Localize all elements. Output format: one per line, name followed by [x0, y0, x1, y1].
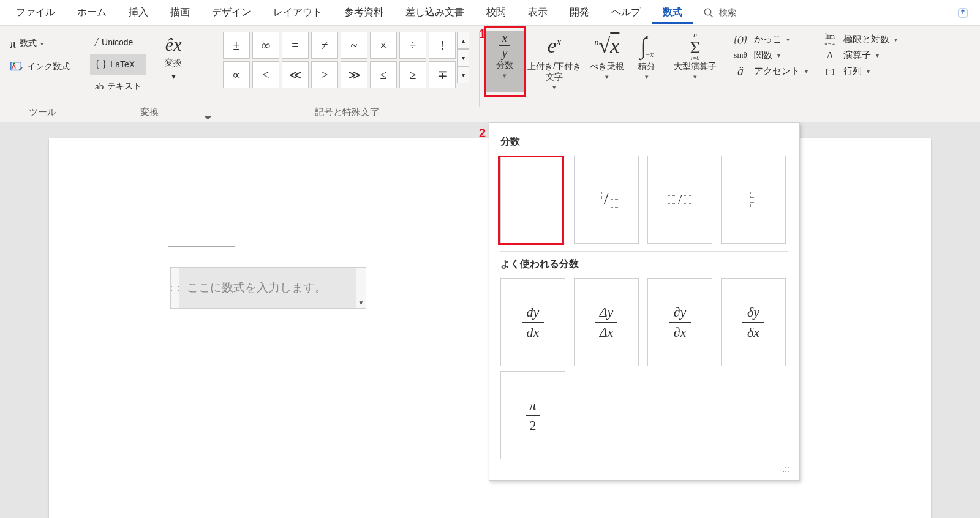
fraction-gallery-panel: 分数 / / よく使われる分数 dydx ΔyΔx ∂y∂x δyδx [489, 122, 800, 481]
share-button[interactable] [951, 7, 975, 19]
structure-function-button[interactable]: sinθ 関数 ▾ [732, 49, 808, 61]
common-deltay-deltax[interactable]: ΔyΔx [574, 278, 639, 366]
symbol-propto[interactable]: ∝ [223, 61, 250, 88]
symbol-scroll-up[interactable]: ▴ [457, 32, 469, 49]
operator-label: 演算子 [843, 50, 871, 61]
equation-placeholder[interactable]: ここに数式を入力します。 [179, 268, 356, 308]
equation-options-dropdown[interactable]: ▼ [356, 268, 366, 308]
menu-developer[interactable]: 開発 [559, 1, 600, 24]
chevron-down-icon: ▾ [894, 36, 897, 43]
structure-accent-button[interactable]: ä アクセント ▾ [732, 65, 808, 77]
chevron-down-icon: ▾ [693, 73, 697, 81]
structure-radical-button[interactable]: n√x べき乗根 ▾ [585, 31, 629, 92]
symbol-infinity[interactable]: ∞ [252, 32, 279, 59]
menu-review[interactable]: 校閲 [475, 1, 517, 24]
equation-dropdown-button[interactable]: π 数式 ▾ [5, 33, 48, 54]
fraction-label: 分数 [496, 60, 513, 70]
menu-view[interactable]: 表示 [517, 1, 559, 24]
symbol-scroll-more[interactable]: ▾ [457, 66, 469, 83]
equation-button-label: 数式 [20, 38, 37, 49]
ruler-mark [168, 246, 235, 247]
structure-limitlog-button[interactable]: limn→∞ 極限と対数 ▾ [821, 33, 897, 45]
common-partialy-partialx[interactable]: ∂y∂x [647, 278, 712, 366]
common-deltay-deltax-lc[interactable]: δyδx [721, 278, 786, 366]
panel-section-fraction-title: 分数 [500, 135, 788, 148]
matrix-label: 行列 [843, 66, 862, 77]
chevron-down-icon: ▾ [552, 83, 556, 91]
search-box[interactable]: 検索 [693, 7, 746, 18]
menu-layout[interactable]: レイアウト [262, 1, 333, 24]
symbol-scroll-down[interactable]: ▾ [457, 49, 469, 66]
structure-largeop-button[interactable]: nΣi=0 大型演算子 ▾ [665, 31, 726, 92]
menu-insert[interactable]: 挿入 [118, 1, 159, 24]
symbol-equals[interactable]: = [282, 32, 309, 59]
radical-label: べき乗根 [590, 61, 624, 72]
largeop-label: 大型演算子 [674, 61, 717, 72]
panel-resize-handle[interactable]: .:: [498, 464, 791, 474]
structure-bracket-button[interactable]: {()} かっこ ▾ [732, 33, 808, 45]
symbol-times[interactable]: × [370, 32, 397, 59]
ribbon: π 数式 ▾ インク数式 ツール / Unicode [0, 26, 980, 122]
accent-label: アクセント [754, 66, 800, 77]
symbol-muchless[interactable]: ≪ [282, 61, 309, 88]
symbol-tilde[interactable]: ~ [341, 32, 368, 59]
symbol-plusminus[interactable]: ± [223, 32, 250, 59]
structure-script-button[interactable]: ex 上付き/下付き 文字 ▾ [524, 31, 585, 92]
annotation-label-2: 2 [479, 126, 486, 140]
menu-draw[interactable]: 描画 [159, 1, 201, 24]
symbol-minusplus[interactable]: ∓ [429, 61, 456, 88]
ink-equation-button[interactable]: インク数式 [5, 56, 75, 77]
common-pi-over-2[interactable]: π2 [500, 371, 565, 459]
frac-bottom: dx [527, 325, 540, 340]
ink-equation-icon [10, 60, 23, 73]
fraction-linear[interactable]: / [647, 156, 712, 244]
symbol-divide[interactable]: ÷ [399, 32, 426, 59]
limitlog-label: 極限と対数 [843, 34, 889, 45]
symbol-lt[interactable]: < [252, 61, 279, 88]
unicode-toggle[interactable]: / Unicode [90, 32, 146, 53]
structure-matrix-button[interactable]: [::] 行列 ▾ [821, 65, 897, 77]
panel-separator [500, 251, 788, 252]
structure-integral-button[interactable]: ∫x−x 積分 ▾ [629, 31, 665, 92]
ribbon-group-tools: π 数式 ▾ インク数式 ツール [0, 26, 85, 122]
symbol-factorial[interactable]: ! [429, 32, 456, 59]
menu-mailings[interactable]: 差し込み文書 [394, 1, 475, 24]
structure-fraction-button[interactable]: xy 分数 ▾ [486, 31, 524, 92]
symbol-le[interactable]: ≤ [370, 61, 397, 88]
convert-button[interactable]: êx 変換 ▾ [154, 32, 193, 81]
chevron-down-icon: ▾ [605, 73, 609, 81]
svg-line-1 [710, 14, 713, 17]
symbol-muchgreater[interactable]: ≫ [341, 61, 368, 88]
menu-home[interactable]: ホーム [66, 1, 118, 24]
chevron-down-icon: ▾ [867, 68, 870, 75]
latex-toggle[interactable]: { } LaTeX [90, 54, 146, 75]
ab-icon: ab [95, 81, 104, 92]
group-label-conversion: 変換 [90, 107, 209, 121]
symbol-notequal[interactable]: ≠ [311, 32, 338, 59]
bracket-icon: {()} [732, 33, 749, 45]
operator-icon: Δ [821, 49, 839, 61]
fraction-skewed[interactable]: / [574, 156, 639, 244]
structure-operator-button[interactable]: Δ 演算子 ▾ [821, 49, 897, 61]
frac-top: Δy [600, 304, 614, 320]
equation-drag-handle[interactable]: ⋮⋮ [171, 268, 179, 308]
common-dy-dx[interactable]: dydx [500, 278, 565, 366]
menu-file[interactable]: ファイル [5, 1, 66, 24]
menu-design[interactable]: デザイン [201, 1, 262, 24]
symbol-ge[interactable]: ≥ [399, 61, 426, 88]
share-icon [957, 7, 969, 19]
menubar: ファイル ホーム 挿入 描画 デザイン レイアウト 参考資料 差し込み文書 校閲… [0, 0, 980, 26]
ribbon-group-structures: xy 分数 ▾ ex 上付き/下付き 文字 ▾ n√x べき乗根 ▾ ∫x−x … [480, 26, 980, 122]
equation-container[interactable]: ⋮⋮ ここに数式を入力します。 ▼ [170, 267, 366, 309]
fraction-small[interactable] [721, 156, 786, 244]
symbol-gt[interactable]: > [311, 61, 338, 88]
braces-icon: { } [95, 59, 107, 70]
menu-help[interactable]: ヘルプ [600, 1, 652, 24]
ruler-tick [168, 246, 168, 265]
menu-equation[interactable]: 数式 [652, 1, 693, 24]
menu-references[interactable]: 参考資料 [333, 1, 394, 24]
matrix-icon: [::] [821, 65, 839, 77]
symbol-grid: ± ∞ = ≠ ~ × ÷ ! ∝ < ≪ > ≫ ≤ ≥ ∓ [223, 32, 456, 88]
fraction-stacked[interactable] [500, 156, 565, 244]
text-toggle[interactable]: ab テキスト [90, 76, 146, 97]
